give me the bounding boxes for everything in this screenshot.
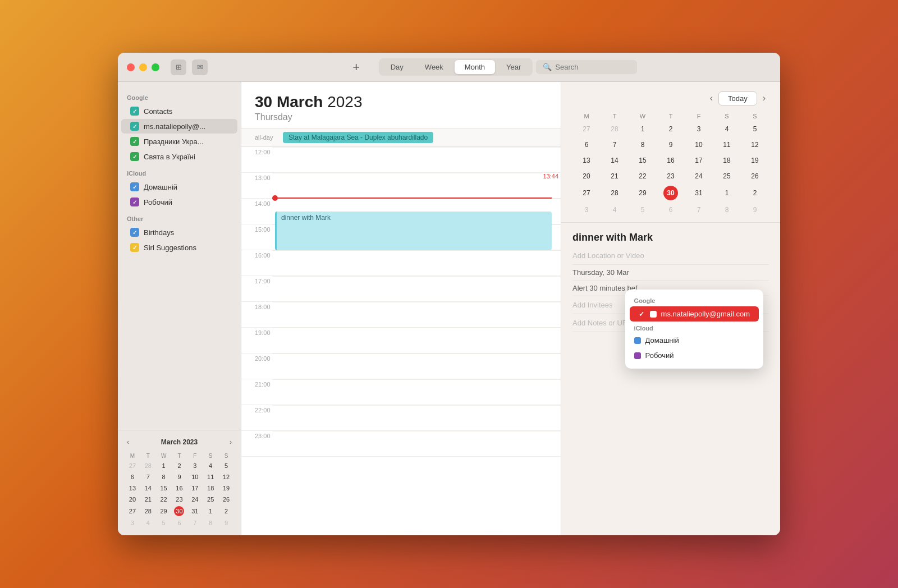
sidebar-item-ms-natalie[interactable]: ✓ ms.nataliepolly@... xyxy=(121,119,237,134)
mini-cal-next[interactable]: › xyxy=(227,437,234,447)
right-cal-day[interactable]: 20 xyxy=(572,168,601,184)
dropdown-item-home[interactable]: Домашній xyxy=(625,333,763,348)
mini-cal-day[interactable]: 19 xyxy=(218,483,234,494)
sidebar-item-birthdays[interactable]: ✓ Birthdays xyxy=(121,225,237,240)
mini-cal-day[interactable]: 6 xyxy=(172,517,187,529)
right-cal-day[interactable]: 6 xyxy=(572,137,601,153)
right-cal-day[interactable]: 9 xyxy=(657,137,685,153)
mini-cal-day[interactable]: 22 xyxy=(156,494,172,505)
right-cal-day[interactable]: 28 xyxy=(601,121,629,137)
right-cal-day[interactable]: 30 xyxy=(657,184,685,202)
mini-cal-day[interactable]: 4 xyxy=(140,517,156,529)
right-cal-prev[interactable]: ‹ xyxy=(707,91,716,105)
right-cal-day[interactable]: 8 xyxy=(629,137,657,153)
mini-cal-day[interactable]: 4 xyxy=(203,460,218,471)
mini-cal-day[interactable]: 23 xyxy=(172,494,187,505)
mini-cal-day[interactable]: 15 xyxy=(156,483,172,494)
mini-cal-day[interactable]: 24 xyxy=(187,494,203,505)
all-day-event[interactable]: Stay at Malagajara Sea - Duplex abuhardi… xyxy=(283,132,433,143)
right-cal-day[interactable]: 9 xyxy=(741,202,769,218)
mini-cal-day[interactable]: 3 xyxy=(187,460,203,471)
mini-cal-day[interactable]: 27 xyxy=(125,460,140,471)
mini-cal-day[interactable]: 8 xyxy=(156,471,172,483)
right-cal-day[interactable]: 15 xyxy=(629,153,657,168)
right-cal-day[interactable]: 2 xyxy=(657,121,685,137)
dinner-event-block[interactable]: dinner with Mark xyxy=(275,212,552,250)
right-cal-day[interactable]: 7 xyxy=(685,202,713,218)
right-cal-next[interactable]: › xyxy=(759,91,769,105)
right-cal-day[interactable]: 19 xyxy=(741,153,769,168)
mini-cal-day[interactable]: 20 xyxy=(125,494,140,505)
right-cal-day[interactable]: 16 xyxy=(657,153,685,168)
right-cal-day[interactable]: 18 xyxy=(713,153,741,168)
right-cal-day[interactable]: 24 xyxy=(685,168,713,184)
mini-cal-day[interactable]: 9 xyxy=(172,471,187,483)
mini-cal-day[interactable]: 13 xyxy=(125,483,140,494)
add-location-row[interactable]: Add Location or Video xyxy=(572,247,769,265)
mini-cal-day[interactable]: 26 xyxy=(218,494,234,505)
mini-cal-day[interactable]: 2 xyxy=(218,505,234,517)
mini-cal-day[interactable]: 10 xyxy=(187,471,203,483)
right-cal-day[interactable]: 1 xyxy=(629,121,657,137)
right-cal-day[interactable]: 2 xyxy=(741,184,769,202)
right-cal-day[interactable]: 10 xyxy=(685,137,713,153)
tab-day[interactable]: Day xyxy=(381,60,414,74)
right-cal-day[interactable]: 25 xyxy=(713,168,741,184)
right-cal-day[interactable]: 3 xyxy=(685,121,713,137)
mini-cal-day[interactable]: 14 xyxy=(140,483,156,494)
maximize-button[interactable] xyxy=(152,63,159,71)
mini-cal-day[interactable]: 1 xyxy=(203,505,218,517)
mini-cal-prev[interactable]: ‹ xyxy=(125,437,131,447)
right-cal-day[interactable]: 21 xyxy=(601,168,629,184)
right-cal-day[interactable]: 1 xyxy=(713,184,741,202)
mini-cal-day[interactable]: 28 xyxy=(140,460,156,471)
right-cal-day[interactable]: 7 xyxy=(601,137,629,153)
sidebar-item-siri[interactable]: ✓ Siri Suggestions xyxy=(121,240,237,255)
mini-cal-day[interactable]: 8 xyxy=(203,517,218,529)
mini-cal-day[interactable]: 9 xyxy=(218,517,234,529)
right-cal-day[interactable]: 4 xyxy=(713,121,741,137)
mini-cal-day[interactable]: 28 xyxy=(140,505,156,517)
right-cal-day[interactable]: 31 xyxy=(685,184,713,202)
right-cal-day[interactable]: 22 xyxy=(629,168,657,184)
close-button[interactable] xyxy=(127,63,135,71)
mini-cal-day[interactable]: 27 xyxy=(125,505,140,517)
dropdown-item-ms-natalie[interactable]: ✓ ms.nataliepolly@gmail.com xyxy=(630,306,759,321)
right-cal-day[interactable]: 14 xyxy=(601,153,629,168)
sidebar-item-work[interactable]: ✓ Робочий xyxy=(121,195,237,209)
mini-cal-day[interactable]: 18 xyxy=(203,483,218,494)
mini-cal-day[interactable]: 17 xyxy=(187,483,203,494)
right-cal-day[interactable]: 12 xyxy=(741,137,769,153)
right-cal-day[interactable]: 13 xyxy=(572,153,601,168)
add-event-button[interactable]: + xyxy=(349,59,364,75)
mini-cal-day[interactable]: 6 xyxy=(125,471,140,483)
tab-year[interactable]: Year xyxy=(496,60,531,74)
mini-cal-day[interactable]: 21 xyxy=(140,494,156,505)
inbox-icon[interactable]: ✉ xyxy=(192,59,208,75)
today-button[interactable]: Today xyxy=(718,91,757,105)
dropdown-item-work[interactable]: Робочий xyxy=(625,348,763,363)
sidebar-item-contacts[interactable]: ✓ Contacts xyxy=(121,104,237,118)
right-cal-day[interactable]: 5 xyxy=(741,121,769,137)
mini-cal-day[interactable]: 3 xyxy=(125,517,140,529)
right-cal-day[interactable]: 26 xyxy=(741,168,769,184)
right-cal-day[interactable]: 29 xyxy=(629,184,657,202)
right-cal-day[interactable]: 11 xyxy=(713,137,741,153)
right-cal-day[interactable]: 6 xyxy=(657,202,685,218)
right-cal-day[interactable]: 27 xyxy=(572,184,601,202)
mini-cal-day[interactable]: 7 xyxy=(140,471,156,483)
sidebar-item-home[interactable]: ✓ Домашній xyxy=(121,180,237,194)
right-cal-day[interactable]: 8 xyxy=(713,202,741,218)
tab-month[interactable]: Month xyxy=(455,60,495,74)
mini-cal-day[interactable]: 25 xyxy=(203,494,218,505)
mini-cal-day[interactable]: 11 xyxy=(203,471,218,483)
tab-week[interactable]: Week xyxy=(415,60,453,74)
right-cal-day[interactable]: 3 xyxy=(572,202,601,218)
search-box[interactable]: 🔍 xyxy=(536,60,637,74)
sidebar-item-svyata[interactable]: ✓ Свята в Україні xyxy=(121,149,237,164)
right-cal-day[interactable]: 27 xyxy=(572,121,601,137)
mini-cal-day[interactable]: 30 xyxy=(172,505,187,517)
mini-cal-day[interactable]: 5 xyxy=(156,517,172,529)
mini-cal-day[interactable]: 2 xyxy=(172,460,187,471)
right-cal-day[interactable]: 5 xyxy=(629,202,657,218)
